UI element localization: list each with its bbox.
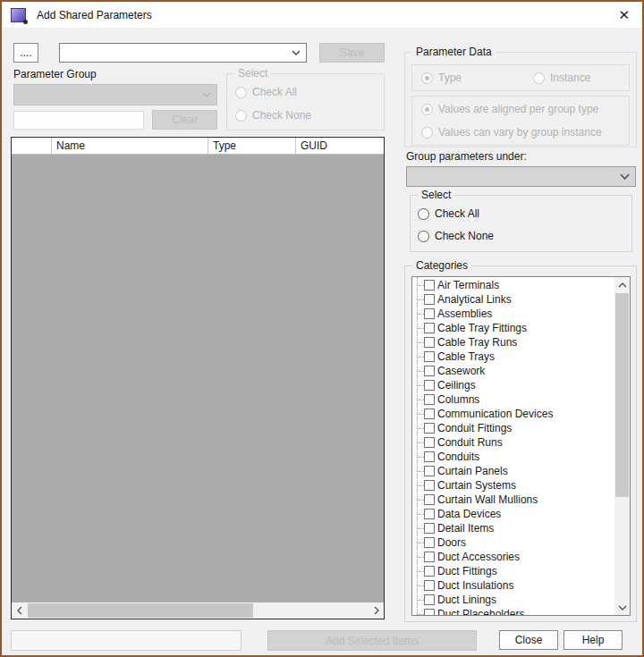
vertical-scrollbar-thumb[interactable] <box>615 293 629 497</box>
category-label[interactable]: Analytical Links <box>437 293 512 306</box>
category-row[interactable]: Columns <box>412 392 614 407</box>
category-row[interactable]: Curtain Panels <box>412 464 614 478</box>
check-all-radio-right[interactable]: Check All <box>418 207 479 220</box>
category-label[interactable]: Casework <box>437 365 485 377</box>
category-label[interactable]: Detail Items <box>437 522 494 535</box>
category-row[interactable]: Ceilings <box>412 378 614 392</box>
category-row[interactable]: Air Terminals <box>412 278 614 292</box>
column-header-guid[interactable]: GUID <box>296 138 384 154</box>
check-none-radio-right[interactable]: Check None <box>418 230 494 242</box>
category-label[interactable]: Duct Insulations <box>437 579 513 592</box>
close-icon[interactable]: ✕ <box>614 6 633 23</box>
close-button[interactable]: Close <box>499 630 558 650</box>
category-checkbox[interactable] <box>424 466 435 476</box>
category-label[interactable]: Cable Trays <box>437 350 495 363</box>
category-label[interactable]: Communication Devices <box>437 408 553 420</box>
category-checkbox[interactable] <box>424 351 435 362</box>
check-none-radio-left[interactable]: Check None <box>235 109 311 122</box>
category-label[interactable]: Curtain Panels <box>437 465 508 477</box>
category-row[interactable]: Cable Tray Fittings <box>412 321 614 335</box>
category-row[interactable]: Curtain Wall Mullions <box>412 493 614 507</box>
category-label[interactable]: Columns <box>437 393 479 406</box>
category-row[interactable]: Duct Linings <box>412 593 614 607</box>
category-checkbox[interactable] <box>424 537 435 548</box>
column-header-blank[interactable] <box>12 138 52 154</box>
category-checkbox[interactable] <box>424 308 435 319</box>
category-label[interactable]: Curtain Wall Mullions <box>437 493 538 506</box>
category-checkbox[interactable] <box>424 409 435 419</box>
radio-icon[interactable] <box>421 127 433 139</box>
radio-icon[interactable] <box>421 72 433 84</box>
category-row[interactable]: Conduit Fittings <box>412 421 614 435</box>
help-button[interactable]: Help <box>564 630 623 650</box>
category-checkbox[interactable] <box>424 380 435 391</box>
category-checkbox[interactable] <box>424 294 435 305</box>
category-label[interactable]: Duct Accessories <box>437 551 520 563</box>
category-label[interactable]: Conduit Runs <box>437 436 503 449</box>
scroll-down-icon[interactable] <box>614 600 630 615</box>
category-row[interactable]: Conduits <box>412 450 614 464</box>
category-label[interactable]: Cable Tray Fittings <box>437 322 527 334</box>
column-header-name[interactable]: Name <box>52 138 208 154</box>
category-label[interactable]: Duct Placeholders <box>437 608 524 615</box>
category-label[interactable]: Conduits <box>437 451 479 463</box>
category-label[interactable]: Air Terminals <box>437 279 499 291</box>
category-checkbox[interactable] <box>424 566 435 577</box>
categories-vertical-scrollbar[interactable] <box>614 277 630 615</box>
category-checkbox[interactable] <box>424 394 435 405</box>
scroll-left-icon[interactable] <box>12 602 27 619</box>
category-label[interactable]: Doors <box>437 536 466 549</box>
values-aligned-radio[interactable]: Values are aligned per group type <box>421 103 598 115</box>
category-checkbox[interactable] <box>424 509 435 519</box>
radio-icon[interactable] <box>235 110 247 122</box>
radio-icon[interactable] <box>418 208 429 220</box>
category-label[interactable]: Ceilings <box>437 379 476 392</box>
radio-icon[interactable] <box>421 104 433 115</box>
category-checkbox[interactable] <box>424 323 435 333</box>
category-row[interactable]: Analytical Links <box>412 292 614 307</box>
parameter-group-combobox[interactable] <box>13 84 217 105</box>
category-checkbox[interactable] <box>424 423 435 434</box>
category-label[interactable]: Conduit Fittings <box>437 422 512 434</box>
category-checkbox[interactable] <box>424 609 435 615</box>
scroll-right-icon[interactable] <box>369 602 384 619</box>
scroll-up-icon[interactable] <box>614 277 630 292</box>
radio-icon[interactable] <box>533 72 545 84</box>
parameter-filter-input[interactable] <box>13 111 144 130</box>
category-row[interactable]: Curtain Systems <box>412 478 614 493</box>
category-row[interactable]: Duct Insulations <box>412 578 614 593</box>
radio-icon[interactable] <box>235 87 247 98</box>
category-checkbox[interactable] <box>424 366 435 376</box>
category-label[interactable]: Curtain Systems <box>437 479 516 492</box>
parameter-name-input[interactable] <box>11 630 242 651</box>
category-row[interactable]: Communication Devices <box>412 407 614 421</box>
category-row[interactable]: Detail Items <box>412 521 614 535</box>
category-row[interactable]: Conduit Runs <box>412 435 614 450</box>
category-checkbox[interactable] <box>424 494 435 505</box>
values-vary-radio[interactable]: Values can vary by group instance <box>421 126 602 139</box>
check-all-radio-left[interactable]: Check All <box>235 86 297 98</box>
type-radio[interactable]: Type <box>421 72 462 84</box>
file-combobox[interactable] <box>59 43 307 63</box>
category-checkbox[interactable] <box>424 337 435 348</box>
category-label[interactable]: Duct Linings <box>437 594 496 606</box>
browse-button[interactable]: .... <box>13 43 38 63</box>
category-label[interactable]: Assemblies <box>437 307 492 320</box>
category-row[interactable]: Duct Accessories <box>412 550 614 564</box>
category-checkbox[interactable] <box>424 451 435 462</box>
category-checkbox[interactable] <box>424 480 435 491</box>
category-row[interactable]: Duct Fittings <box>412 564 614 578</box>
horizontal-scrollbar[interactable] <box>12 602 384 619</box>
category-checkbox[interactable] <box>424 580 435 591</box>
column-header-type[interactable]: Type <box>208 138 296 154</box>
category-row[interactable]: Cable Tray Runs <box>412 335 614 350</box>
save-button[interactable]: Save <box>319 43 385 63</box>
radio-icon[interactable] <box>418 231 429 242</box>
category-label[interactable]: Data Devices <box>437 508 501 520</box>
category-row[interactable]: Duct Placeholders <box>412 607 614 615</box>
category-label[interactable]: Duct Fittings <box>437 565 497 577</box>
category-checkbox[interactable] <box>424 552 435 562</box>
clear-button[interactable]: Clear <box>152 110 217 130</box>
instance-radio[interactable]: Instance <box>533 72 590 84</box>
category-row[interactable]: Casework <box>412 364 614 378</box>
